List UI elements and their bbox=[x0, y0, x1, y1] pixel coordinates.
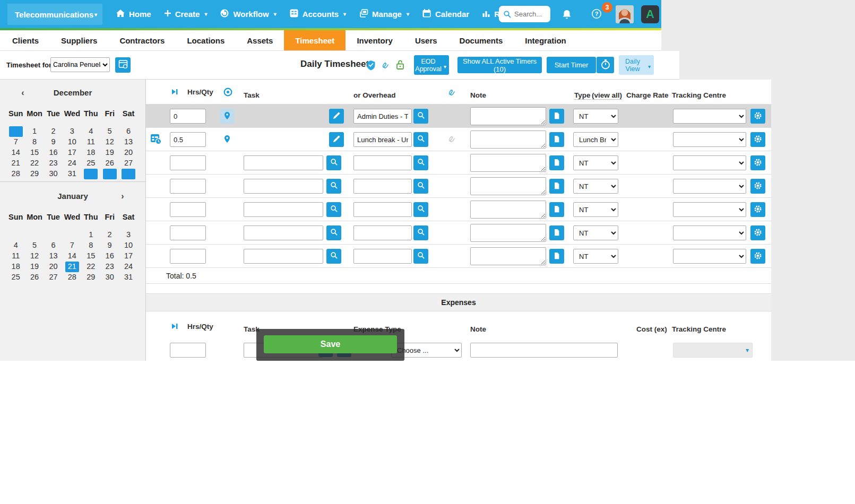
calendar-day[interactable]: 24 bbox=[122, 262, 135, 272]
type-select[interactable]: NT bbox=[573, 179, 618, 194]
row-settings-button[interactable] bbox=[750, 202, 765, 217]
calendar-day[interactable]: 18 bbox=[84, 147, 98, 158]
col-header-type[interactable]: Type bbox=[574, 91, 591, 100]
calendar-day[interactable]: 15 bbox=[84, 251, 98, 262]
calendar-day[interactable]: 7 bbox=[9, 137, 23, 147]
nav-calendar[interactable]: Calendar bbox=[419, 0, 472, 28]
overhead-search-button[interactable] bbox=[413, 179, 428, 194]
hrs-input[interactable] bbox=[170, 249, 206, 264]
overhead-search-button[interactable] bbox=[413, 225, 428, 240]
hrs-input[interactable] bbox=[170, 155, 206, 170]
calendar-day[interactable]: 17 bbox=[65, 147, 79, 158]
tracking-centre-select[interactable] bbox=[673, 225, 746, 240]
overhead-search-button[interactable] bbox=[413, 132, 428, 147]
signature-squiggle-icon[interactable] bbox=[447, 88, 458, 98]
overhead-input[interactable] bbox=[353, 225, 412, 240]
note-document-button[interactable] bbox=[549, 132, 564, 147]
row-settings-button[interactable] bbox=[750, 109, 765, 124]
target-icon[interactable] bbox=[223, 87, 233, 99]
calendar-day[interactable]: 13 bbox=[46, 251, 60, 262]
row-settings-button[interactable] bbox=[750, 225, 765, 240]
calendar-day[interactable]: 10 bbox=[122, 240, 135, 251]
note-textarea[interactable] bbox=[470, 224, 546, 242]
app-logo[interactable]: A bbox=[641, 5, 659, 23]
calendar-day[interactable]: 23 bbox=[46, 158, 60, 169]
overhead-input[interactable] bbox=[353, 179, 412, 194]
task-input[interactable] bbox=[244, 155, 323, 170]
calendar-day[interactable]: 29 bbox=[28, 169, 41, 179]
calendar-day[interactable]: 22 bbox=[28, 158, 41, 169]
calendar-day[interactable]: 19 bbox=[28, 262, 41, 272]
calendar-day[interactable]: 11 bbox=[84, 137, 98, 147]
save-button[interactable]: Save bbox=[264, 335, 397, 353]
row-settings-button[interactable] bbox=[750, 179, 765, 194]
tab-timesheet[interactable]: Timesheet bbox=[284, 30, 346, 50]
start-timer-button[interactable]: Start Timer bbox=[547, 57, 596, 73]
note-document-button[interactable] bbox=[549, 202, 564, 217]
overhead-input[interactable] bbox=[353, 109, 412, 124]
calendar-day[interactable]: 4 bbox=[9, 240, 23, 251]
calendar-day[interactable]: 4 bbox=[84, 126, 98, 137]
calendar-day[interactable]: 30 bbox=[103, 272, 117, 283]
edit-task-button[interactable] bbox=[329, 109, 344, 124]
task-search-button[interactable] bbox=[326, 202, 341, 217]
calendar-day[interactable]: 7 bbox=[65, 240, 79, 251]
timesheet-settings-button[interactable] bbox=[115, 57, 131, 73]
task-input[interactable] bbox=[244, 249, 323, 264]
tab-suppliers[interactable]: Suppliers bbox=[50, 30, 108, 50]
calendar-day[interactable]: 26 bbox=[103, 158, 117, 169]
calendar-day[interactable]: 8 bbox=[84, 240, 98, 251]
overhead-search-button[interactable] bbox=[413, 155, 428, 170]
overhead-search-button[interactable] bbox=[413, 249, 428, 264]
calendar-day[interactable]: 31 bbox=[65, 169, 79, 179]
nav-workflow[interactable]: Workflow ▾ bbox=[217, 0, 279, 28]
calendar-day[interactable]: 9 bbox=[46, 137, 60, 147]
tracking-centre-select[interactable] bbox=[673, 343, 753, 358]
expense-note-input[interactable] bbox=[470, 343, 618, 358]
calendar-day[interactable]: 5 bbox=[28, 240, 41, 251]
calendar-day[interactable]: 14 bbox=[65, 251, 79, 262]
calendar-day[interactable]: 6 bbox=[122, 126, 135, 137]
calendar-day[interactable]: 3 bbox=[65, 126, 79, 137]
task-input[interactable] bbox=[244, 225, 323, 240]
calendar-day[interactable]: 14 bbox=[9, 147, 23, 158]
calendar-day[interactable]: 27 bbox=[122, 158, 135, 169]
task-search-button[interactable] bbox=[326, 179, 341, 194]
calendar-day[interactable]: 19 bbox=[103, 147, 117, 158]
calendar-day[interactable]: 2 bbox=[103, 230, 117, 240]
calendar-day[interactable]: 21 bbox=[9, 158, 23, 169]
nav-create[interactable]: Create ▾ bbox=[161, 0, 211, 28]
tracking-centre-select[interactable] bbox=[673, 202, 746, 217]
notifications-bell-icon[interactable] bbox=[562, 9, 572, 22]
type-select[interactable]: NT bbox=[573, 225, 618, 240]
calendar-day[interactable]: 21 bbox=[65, 262, 79, 272]
calendar-day[interactable]: 22 bbox=[84, 262, 98, 272]
calendar-day[interactable]: 8 bbox=[28, 137, 41, 147]
tab-clients[interactable]: Clients bbox=[1, 30, 50, 50]
user-avatar[interactable] bbox=[616, 5, 634, 23]
overhead-input[interactable] bbox=[353, 202, 412, 217]
eod-approval-button[interactable]: EOD Approval ▾ bbox=[414, 55, 449, 75]
hrs-input[interactable] bbox=[170, 132, 206, 147]
edit-task-button[interactable] bbox=[329, 132, 344, 147]
help-icon[interactable]: ? bbox=[591, 8, 602, 21]
calendar-day[interactable]: 16 bbox=[103, 251, 117, 262]
org-selector[interactable]: Telecommunications ▾ bbox=[7, 4, 102, 25]
note-document-button[interactable] bbox=[549, 155, 564, 170]
signature-squiggle-icon[interactable] bbox=[381, 61, 392, 72]
tab-documents[interactable]: Documents bbox=[448, 30, 514, 50]
notification-count-badge[interactable]: 3 bbox=[602, 2, 612, 13]
type-select[interactable]: NT bbox=[573, 155, 618, 170]
note-textarea[interactable] bbox=[470, 247, 546, 265]
note-textarea[interactable] bbox=[470, 154, 546, 172]
active-timer-icon[interactable] bbox=[150, 133, 162, 147]
calendar-day[interactable]: 24 bbox=[65, 158, 79, 169]
nav-manage[interactable]: Manage ▾ bbox=[356, 0, 412, 28]
overhead-search-button[interactable] bbox=[413, 109, 428, 124]
hrs-input[interactable] bbox=[170, 225, 206, 240]
show-active-timers-button[interactable]: Show ALL Active Timers (10) bbox=[457, 57, 542, 73]
tab-integration[interactable]: Integration bbox=[514, 30, 577, 50]
note-document-button[interactable] bbox=[549, 225, 564, 240]
overhead-search-button[interactable] bbox=[413, 202, 428, 217]
calendar-day[interactable]: 20 bbox=[122, 147, 135, 158]
